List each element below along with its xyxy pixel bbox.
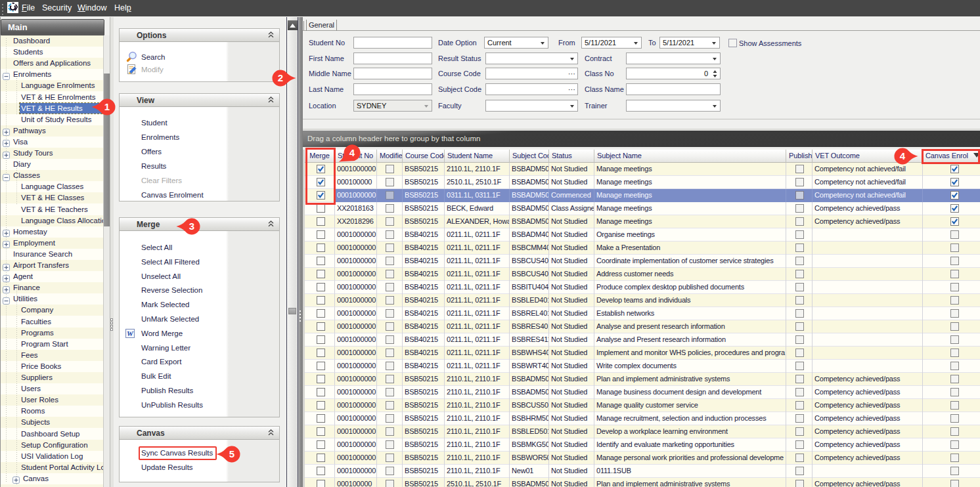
- svg-text:1: 1: [104, 101, 110, 112]
- svg-text:W: W: [127, 329, 134, 337]
- svg-text:3: 3: [189, 221, 194, 232]
- svg-text:2: 2: [278, 72, 283, 83]
- svg-text:4: 4: [900, 150, 906, 161]
- svg-text:4: 4: [349, 147, 355, 158]
- svg-text:5: 5: [229, 448, 234, 459]
